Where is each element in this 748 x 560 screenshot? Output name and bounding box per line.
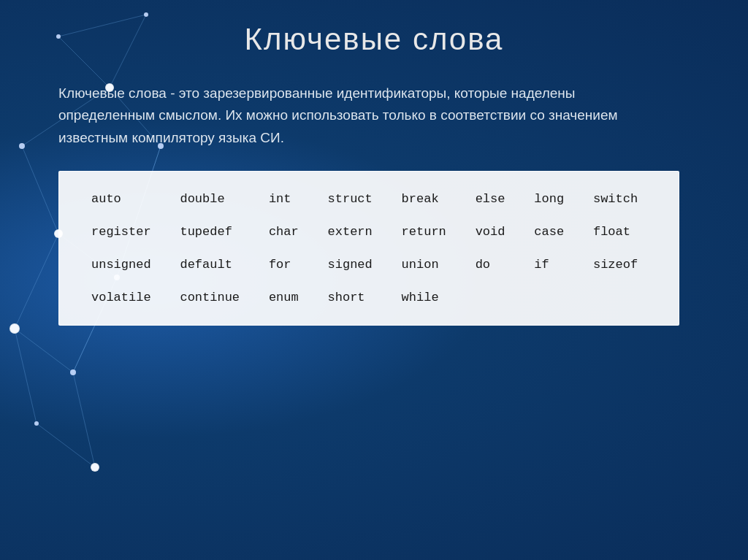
keyword-cell: for <box>259 252 318 277</box>
keyword-cell: volatile <box>81 285 169 310</box>
keyword-cell: tupedef <box>169 219 258 245</box>
keyword-cell: switch <box>583 186 657 212</box>
keyword-cell: float <box>583 219 657 245</box>
keyword-cell <box>583 285 657 310</box>
keyword-cell: break <box>392 186 465 212</box>
keyword-cell: sizeof <box>583 252 657 277</box>
keyword-cell: else <box>465 186 524 212</box>
keyword-cell: extern <box>318 219 392 245</box>
keyword-cell: short <box>318 285 392 310</box>
keywords-grid: autodoubleintstructbreakelselongswitchre… <box>81 186 657 310</box>
keyword-cell: void <box>465 219 524 245</box>
keyword-cell: continue <box>169 285 258 310</box>
keyword-cell <box>465 285 524 310</box>
keyword-cell: auto <box>81 186 169 212</box>
keyword-cell: struct <box>318 186 392 212</box>
keyword-cell: char <box>259 219 318 245</box>
keyword-cell: register <box>81 219 169 245</box>
keyword-cell: long <box>524 186 583 212</box>
keyword-cell: double <box>169 186 258 212</box>
keyword-cell: int <box>259 186 318 212</box>
keyword-cell: do <box>465 252 524 277</box>
page-content: Ключевые слова Ключевые слова - это заре… <box>0 0 748 348</box>
keyword-cell: unsigned <box>81 252 169 277</box>
keyword-cell: default <box>169 252 258 277</box>
description-text: Ключевые слова - это зарезервированные и… <box>58 83 643 149</box>
keywords-table-wrapper: autodoubleintstructbreakelselongswitchre… <box>58 171 679 326</box>
page-title: Ключевые слова <box>58 22 690 57</box>
keyword-cell: if <box>524 252 583 277</box>
keyword-cell: signed <box>318 252 392 277</box>
keyword-cell: while <box>392 285 465 310</box>
keyword-cell: union <box>392 252 465 277</box>
keyword-cell <box>524 285 583 310</box>
keyword-cell: case <box>524 219 583 245</box>
keyword-cell: enum <box>259 285 318 310</box>
keyword-cell: return <box>392 219 465 245</box>
